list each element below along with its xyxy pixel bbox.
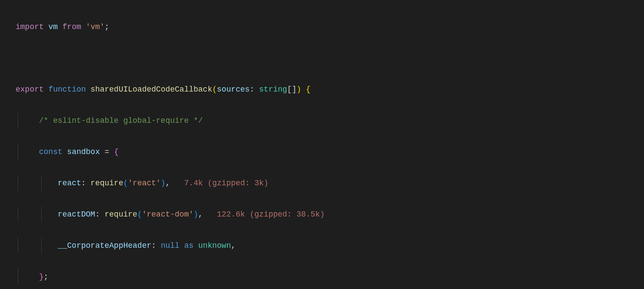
object-key: __CorporateAppHeader (58, 241, 151, 250)
comma: , (231, 241, 236, 250)
type: string (259, 85, 287, 94)
keyword-from: from (62, 23, 81, 31)
paren-close: ) (161, 179, 166, 187)
code-line: export function sharedUILoadedCodeCallba… (16, 82, 644, 97)
keyword-const: const (39, 148, 62, 156)
identifier: vm (49, 23, 58, 31)
colon: : (151, 241, 156, 250)
code-line: react: require('react'), 7.4k (gzipped: … (16, 175, 644, 191)
string-literal: 'vm' (86, 23, 104, 31)
colon: : (81, 179, 86, 187)
code-line: /* eslint-disable global-require */ (16, 113, 644, 128)
object-key: react (58, 179, 81, 187)
comment: /* eslint-disable global-require */ (39, 116, 203, 125)
colon: : (95, 210, 100, 219)
size-hint: 7.4k (gzipped: 3k) (184, 179, 268, 187)
code-line: const sandbox = { (16, 144, 644, 160)
keyword-null: null (161, 241, 179, 250)
size-hint: 122.6k (gzipped: 38.5k) (217, 210, 325, 219)
identifier: sandbox (67, 148, 100, 156)
code-line: }; (16, 269, 644, 285)
string-literal: 'react' (128, 179, 161, 187)
brace-close: } (39, 273, 44, 281)
string-literal: 'react-dom' (142, 210, 194, 219)
equals: = (104, 148, 109, 156)
brace-open: { (114, 148, 119, 156)
paren-open: ( (137, 210, 142, 219)
code-line: reactDOM: require('react-dom'), 122.6k (… (16, 207, 644, 222)
require-call: require (104, 210, 137, 219)
paren-close: ) (296, 85, 301, 94)
param: sources (217, 85, 250, 94)
keyword-as: as (184, 241, 194, 250)
colon: : (250, 85, 254, 94)
code-editor[interactable]: import vm from 'vm'; export function sha… (0, 3, 644, 289)
brace-open: { (306, 85, 311, 94)
semi: ; (44, 273, 49, 281)
code-line: import vm from 'vm'; (16, 19, 644, 35)
keyword-import: import (16, 23, 44, 31)
brackets: [] (287, 85, 297, 94)
keyword-export: export (16, 85, 44, 94)
paren-open: ( (123, 179, 128, 187)
type: unknown (198, 241, 231, 250)
comma: , (166, 179, 170, 187)
punct: ; (104, 23, 109, 31)
object-key: reactDOM (58, 210, 95, 219)
code-line (16, 50, 644, 66)
function-name: sharedUILoadedCodeCallback (91, 85, 212, 94)
code-line: __CorporateAppHeader: null as unknown, (16, 238, 644, 253)
paren-close: ) (194, 210, 198, 219)
paren-open: ( (212, 85, 217, 94)
comma: , (198, 210, 203, 219)
require-call: require (91, 179, 124, 187)
keyword-function: function (49, 85, 86, 94)
